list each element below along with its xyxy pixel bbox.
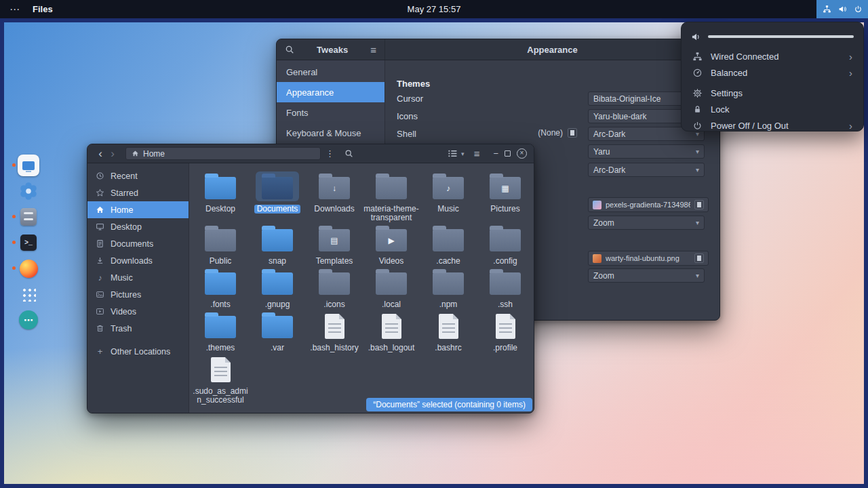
tweaks-header[interactable]: Tweaks ≡ Appearance <box>277 39 719 60</box>
firefox-app-icon <box>20 260 38 278</box>
file-item[interactable]: .ssh <box>477 267 534 309</box>
selection-status-badge: “Documents” selected (containing 0 items… <box>366 398 532 411</box>
menu-item-power-off[interactable]: Power Off / Log Out › <box>687 117 858 134</box>
system-tray-button[interactable] <box>816 0 868 18</box>
file-item[interactable]: ▤ Templates <box>306 224 363 266</box>
file-item[interactable]: .var <box>249 310 306 352</box>
themes-section-title: Themes <box>397 79 430 89</box>
sidebar-item-downloads[interactable]: Downloads <box>87 252 189 269</box>
menu-item-settings[interactable]: Settings <box>687 85 858 101</box>
dock-app-terminal[interactable]: >_ <box>18 232 39 253</box>
menu-item-power-profile[interactable]: Balanced › <box>687 64 858 81</box>
chevron-right-icon: › <box>849 67 852 79</box>
file-item[interactable]: Documents <box>249 171 306 222</box>
sidebar-item-videos[interactable]: Videos <box>87 303 189 320</box>
file-icon <box>256 310 299 340</box>
view-toggle-button[interactable]: ▾ <box>448 148 465 159</box>
files-header[interactable]: ‹ › Home ⋮ ▾ ≡ − × <box>87 144 534 163</box>
legacy-theme-dropdown[interactable]: Arc-Dark▾ <box>588 163 705 177</box>
file-item[interactable]: .config <box>477 224 534 266</box>
dock-more-button[interactable]: ⋯ <box>18 309 39 331</box>
shell-label: Shell <box>397 129 416 139</box>
sidebar-item-music[interactable]: ♪ Music <box>87 269 189 286</box>
file-item[interactable]: .local <box>363 267 420 309</box>
clock[interactable]: May 27 15:57 <box>0 4 868 14</box>
sidebar-item-recent[interactable]: Recent <box>87 167 189 184</box>
sidebar-item-trash[interactable]: Trash <box>87 320 189 337</box>
file-item[interactable]: ▦ Pictures <box>477 171 534 222</box>
file-item[interactable]: .bash_history <box>306 310 363 352</box>
file-item[interactable]: .fonts <box>192 267 249 309</box>
close-button[interactable]: × <box>517 148 527 159</box>
file-item[interactable]: ♪ Music <box>420 171 477 222</box>
forward-button[interactable]: › <box>106 147 119 161</box>
sidebar-item-other-locations[interactable]: + Other Locations <box>87 343 189 360</box>
sidebar-item-desktop[interactable]: Desktop <box>87 218 189 235</box>
sound-theme-dropdown[interactable]: Yaru▾ <box>588 144 705 159</box>
sidebar-item-pictures[interactable]: Pictures <box>87 286 189 303</box>
dock-app-display-settings[interactable] <box>18 155 39 176</box>
file-name-label: Music <box>437 205 458 214</box>
file-item[interactable]: .bashrc <box>420 310 477 352</box>
dock-app-files[interactable] <box>18 206 39 228</box>
file-item[interactable]: .sudo_as_admin_successful <box>192 354 249 405</box>
file-item[interactable]: .cache <box>420 224 477 266</box>
dock-app-firefox[interactable] <box>18 258 39 279</box>
file-grid: Desktop Documents ↓ Downloads <box>189 163 534 406</box>
file-icon <box>199 171 242 201</box>
path-bar[interactable]: Home <box>125 147 321 160</box>
file-item[interactable]: .profile <box>477 310 534 352</box>
file-item[interactable]: Desktop <box>192 171 249 222</box>
file-item[interactable]: .themes <box>192 310 249 352</box>
path-options-kebab-icon[interactable]: ⋮ <box>326 148 334 159</box>
sidebar-item-starred[interactable]: Starred <box>87 184 189 201</box>
document-icon <box>96 239 104 248</box>
file-item[interactable]: .bash_logout <box>363 310 420 352</box>
background-adjustment-dropdown[interactable]: Zoom▾ <box>588 216 705 230</box>
file-item[interactable]: snap <box>249 224 306 266</box>
maximize-button[interactable] <box>505 150 511 157</box>
search-icon[interactable] <box>285 45 294 54</box>
volume-slider[interactable] <box>708 35 854 38</box>
file-name-label: .profile <box>493 344 517 352</box>
sidebar-item-documents[interactable]: Documents <box>87 235 189 252</box>
lockscreen-adjustment-dropdown[interactable]: Zoom▾ <box>588 268 705 283</box>
power-profile-icon <box>692 68 703 78</box>
file-item[interactable]: .npm <box>420 267 477 309</box>
sidebar-item-home[interactable]: Home <box>87 201 189 218</box>
search-button[interactable] <box>344 149 353 158</box>
file-icon <box>484 310 527 340</box>
file-item[interactable]: .gnupg <box>249 267 306 309</box>
dock-app-grid[interactable] <box>18 283 39 305</box>
chevron-right-icon: › <box>849 51 852 62</box>
file-name-label: .themes <box>206 344 235 352</box>
file-item[interactable]: ▶ Videos <box>363 224 420 266</box>
file-name-label: .local <box>382 300 401 309</box>
file-item[interactable]: .icons <box>306 267 363 309</box>
tweaks-sidebar-general[interactable]: General <box>277 62 384 82</box>
folder-emblem-icon: ↓ <box>332 184 336 193</box>
file-icon <box>199 224 242 253</box>
file-item[interactable]: ↓ Downloads <box>306 171 363 222</box>
file-page-icon <box>694 253 704 263</box>
minimize-button[interactable]: − <box>493 148 498 159</box>
background-image-button[interactable]: pexels-gradienta-7134986.jpg <box>588 197 709 212</box>
file-name-label: Downloads <box>314 205 354 214</box>
star-icon <box>96 188 104 197</box>
plus-icon: + <box>96 346 104 357</box>
lockscreen-image-button[interactable]: warty-final-ubuntu.png <box>588 251 709 266</box>
dock-app-software[interactable] <box>18 180 39 202</box>
image-icon <box>96 290 104 299</box>
menu-item-wired-connected[interactable]: Wired Connected › <box>687 48 858 64</box>
file-item[interactable]: Public <box>192 224 249 266</box>
menu-item-lock[interactable]: Lock <box>687 101 858 117</box>
file-page-icon[interactable] <box>568 128 577 138</box>
back-button[interactable]: ‹ <box>94 147 106 161</box>
tweaks-sidebar-keyboard-mouse[interactable]: Keyboard & Mouse <box>277 123 384 143</box>
file-item[interactable]: materia-theme-transparent <box>363 171 420 222</box>
tweaks-sidebar-appearance[interactable]: Appearance <box>277 82 384 102</box>
tweaks-sidebar-fonts[interactable]: Fonts <box>277 102 384 123</box>
chevron-down-icon: ▾ <box>696 148 699 155</box>
hamburger-menu-icon[interactable]: ≡ <box>370 44 376 56</box>
hamburger-menu-icon[interactable]: ≡ <box>474 148 480 159</box>
